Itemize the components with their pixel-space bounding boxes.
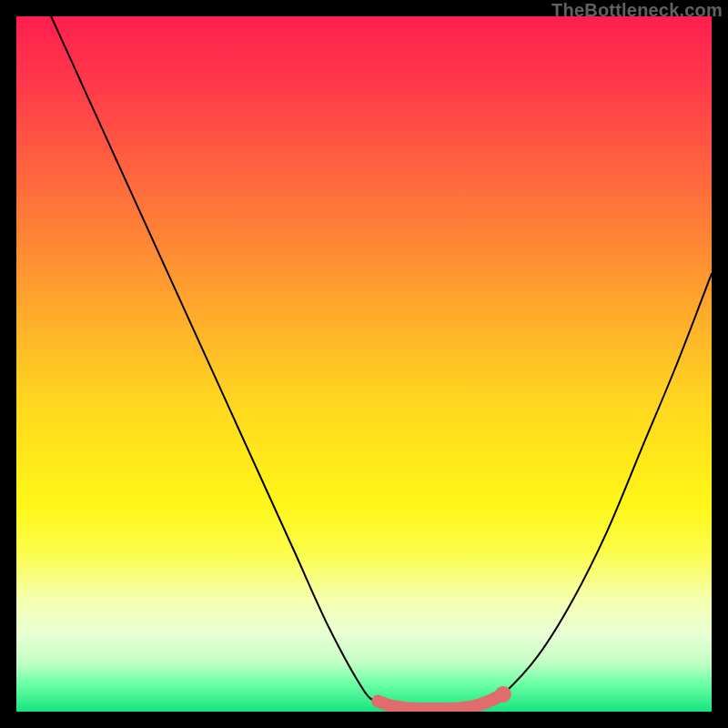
valley-endpoint-dot <box>495 686 511 703</box>
valley-highlight <box>378 694 503 709</box>
series-right-curve <box>490 274 712 702</box>
plot-area <box>16 16 712 712</box>
series-left-curve <box>51 16 406 708</box>
chart-frame: TheBottleneck.com <box>0 0 728 728</box>
chart-svg <box>16 16 712 712</box>
watermark-text: TheBottleneck.com <box>551 0 723 21</box>
